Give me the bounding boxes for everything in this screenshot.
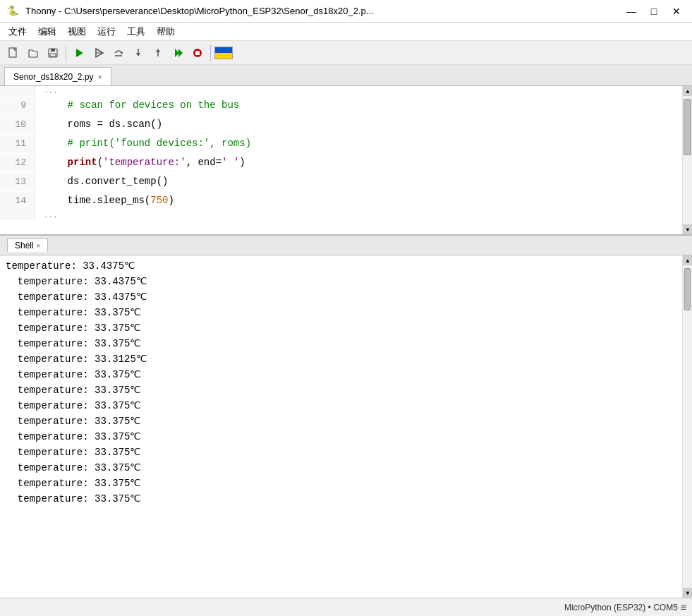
separator-2	[210, 45, 211, 61]
shell-line: temperature: 33.375℃	[6, 429, 676, 445]
svg-rect-16	[195, 51, 200, 55]
editor-area: ... 9 # scan for devices on the bus 10 r…	[0, 86, 692, 234]
line-code-9: # scan for devices on the bus	[35, 96, 239, 114]
editor-scroll-down[interactable]: ▼	[683, 224, 692, 234]
shell-output[interactable]: temperature: 33.4375℃ temperature: 33.43…	[0, 255, 682, 598]
shell-line: temperature: 33.4375℃	[6, 289, 676, 305]
code-line-9: 9 # scan for devices on the bus	[0, 96, 682, 115]
shell-line: temperature: 33.3125℃	[6, 351, 676, 367]
toolbar-step-over[interactable]	[109, 44, 128, 62]
code-line-13: 13 ds.convert_temp()	[0, 172, 682, 191]
shell-section: Shell × temperature: 33.4375℃ temperatur…	[0, 234, 692, 598]
titlebar-controls: — □ ✕	[621, 4, 686, 18]
toolbar-stop[interactable]	[188, 44, 207, 62]
code-ellipsis: ...	[0, 86, 682, 96]
line-code-11: # print('found devices:', roms)	[35, 134, 251, 152]
shell-line: temperature: 33.375℃	[6, 445, 676, 460]
shell-header: Shell ×	[0, 236, 692, 255]
code-editor[interactable]: ... 9 # scan for devices on the bus 10 r…	[0, 86, 682, 234]
toolbar-open[interactable]	[24, 44, 42, 62]
shell-line: temperature: 33.4375℃	[6, 274, 676, 289]
shell-scroll-thumb[interactable]	[684, 268, 691, 310]
menu-help[interactable]: 帮助	[151, 24, 181, 40]
menu-file[interactable]: 文件	[3, 24, 32, 40]
titlebar-left: 🐍 Thonny - C:\Users\perseverance\Desktop…	[6, 4, 374, 18]
svg-rect-2	[51, 49, 55, 52]
shell-line: temperature: 33.375℃	[6, 367, 676, 382]
main-area: ... 9 # scan for devices on the bus 10 r…	[0, 86, 692, 598]
code-ellipsis-bottom: ...	[0, 210, 682, 220]
svg-marker-7	[121, 52, 123, 54]
ellipsis-dots: ...	[35, 87, 58, 95]
shell-line: temperature: 33.375℃	[6, 320, 676, 336]
status-connection: MicroPython (ESP32) • COM5	[564, 603, 678, 612]
shell-tab-close[interactable]: ×	[36, 241, 40, 250]
menu-tools[interactable]: 工具	[121, 24, 151, 40]
code-line-12: 12 print('temperature:', end=' ')	[0, 153, 682, 172]
shell-content: temperature: 33.4375℃ temperature: 33.43…	[0, 255, 692, 598]
shell-line: temperature: 33.375℃	[6, 382, 676, 398]
app-icon: 🐍	[6, 4, 20, 18]
shell-line: temperature: 33.375℃	[6, 460, 676, 476]
toolbar-save[interactable]	[44, 44, 62, 62]
line-code-10: roms = ds.scan()	[35, 115, 162, 133]
editor-scroll-up[interactable]: ▲	[683, 86, 692, 96]
line-num-9: 9	[0, 97, 35, 115]
menu-edit[interactable]: 编辑	[32, 24, 62, 40]
code-line-11: 11 # print('found devices:', roms)	[0, 134, 682, 153]
toolbar-new[interactable]	[4, 44, 23, 62]
menubar: 文件 编辑 视图 运行 工具 帮助	[0, 23, 692, 41]
ellipsis-num-bottom	[0, 210, 35, 220]
ellipsis-num	[0, 86, 35, 96]
tabbar: Senor_ds18x20_2.py ×	[0, 65, 692, 86]
close-button[interactable]: ✕	[667, 4, 686, 18]
editor-tab[interactable]: Senor_ds18x20_2.py ×	[4, 67, 111, 85]
menu-run[interactable]: 运行	[92, 24, 121, 40]
line-num-14: 14	[0, 192, 35, 210]
window-title: Thonny - C:\Users\perseverance\Desktop\M…	[25, 6, 374, 16]
status-menu-icon[interactable]: ≡	[681, 602, 686, 613]
editor-scrollbar[interactable]: ▲ ▼	[682, 86, 692, 234]
svg-marker-14	[178, 49, 183, 57]
shell-tab[interactable]: Shell ×	[7, 238, 48, 252]
editor-scroll-thumb[interactable]	[684, 99, 691, 155]
shell-label: Shell	[15, 241, 34, 250]
line-code-13: ds.convert_temp()	[35, 172, 168, 191]
shell-scrollbar[interactable]: ▲ ▼	[682, 255, 692, 598]
tab-label: Senor_ds18x20_2.py	[13, 72, 93, 82]
toolbar-step-out[interactable]	[149, 44, 167, 62]
svg-marker-12	[156, 49, 160, 52]
menu-view[interactable]: 视图	[62, 24, 92, 40]
tab-close-button[interactable]: ×	[97, 73, 102, 81]
line-code-14: time.sleep_ms(750)	[35, 191, 174, 210]
line-num-12: 12	[0, 154, 35, 172]
status-text: MicroPython (ESP32) • COM5 ≡	[564, 602, 686, 613]
ukraine-flag	[214, 47, 233, 59]
shell-line: temperature: 33.375℃	[6, 413, 676, 429]
svg-marker-10	[136, 53, 140, 56]
code-line-14: 14 time.sleep_ms(750)	[0, 191, 682, 210]
toolbar-run[interactable]	[70, 44, 88, 62]
line-num-13: 13	[0, 173, 35, 191]
maximize-button[interactable]: □	[644, 4, 664, 18]
toolbar-resume[interactable]	[169, 44, 187, 62]
ellipsis-dots-bottom: ...	[35, 211, 58, 219]
toolbar	[0, 41, 692, 65]
shell-line: temperature: 33.375℃	[6, 398, 676, 413]
shell-scroll-down[interactable]: ▼	[683, 588, 692, 598]
separator-1	[66, 45, 66, 61]
line-num-10: 10	[0, 116, 35, 134]
shell-scroll-up[interactable]: ▲	[683, 255, 692, 265]
svg-marker-4	[76, 49, 83, 57]
shell-line: temperature: 33.375℃	[6, 305, 676, 320]
shell-line: temperature: 33.375℃	[6, 476, 676, 491]
line-num-11: 11	[0, 135, 35, 153]
shell-line: temperature: 33.375℃	[6, 491, 676, 507]
editor-scroll-track	[683, 96, 692, 224]
minimize-button[interactable]: —	[621, 4, 641, 18]
line-code-12: print('temperature:', end=' ')	[35, 153, 245, 171]
svg-rect-3	[50, 54, 56, 56]
titlebar: 🐍 Thonny - C:\Users\perseverance\Desktop…	[0, 0, 692, 23]
toolbar-step-into[interactable]	[129, 44, 147, 62]
toolbar-debug[interactable]	[90, 44, 108, 62]
